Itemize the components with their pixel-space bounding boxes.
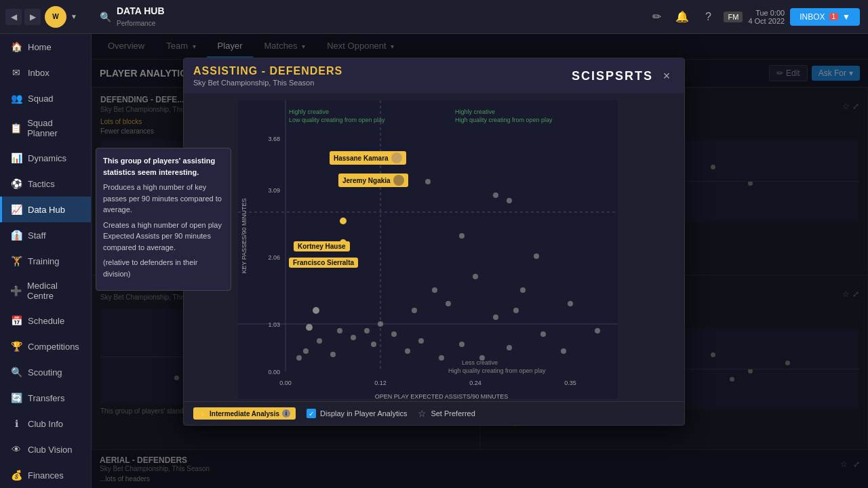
svg-point-47 [296, 355, 302, 361]
svg-text:Low quality creating from open: Low quality creating from open play [289, 117, 385, 123]
sidebar-item-squad[interactable]: 👥 Squad [0, 85, 91, 111]
svg-point-28 [432, 287, 437, 293]
svg-point-38 [418, 338, 424, 344]
checkbox-icon: ✓ [307, 409, 316, 418]
sidebar-label-tactics: Tactics [28, 179, 55, 189]
display-analytics-label: Display in Player Analytics [320, 409, 407, 418]
ngakia-name: Jeremy Ngakia [342, 177, 391, 184]
svg-point-51 [412, 308, 417, 313]
sidebar-item-home[interactable]: 🏠 Home [0, 34, 91, 60]
notification-btn[interactable]: 🔔 [672, 7, 692, 27]
svg-text:3.09: 3.09 [268, 187, 280, 194]
sidebar-item-training[interactable]: 🏋 Training [0, 248, 91, 274]
svg-point-25 [459, 233, 465, 239]
back-button[interactable]: ◀ [5, 9, 22, 25]
svg-point-32 [493, 314, 498, 320]
analysis-badge: ⚡ Intermediate Analysis i [193, 407, 296, 420]
finances-icon: 💰 [10, 469, 22, 481]
svg-point-42 [507, 345, 512, 350]
svg-text:3.68: 3.68 [268, 136, 280, 142]
set-preferred-checkbox[interactable]: ☆ Set Preferred [418, 408, 475, 419]
schedule-icon: 📅 [10, 314, 22, 327]
tooltip-line1: This group of players' assisting statist… [103, 157, 215, 176]
sidebar-item-dynamics[interactable]: 📊 Dynamics [0, 145, 91, 171]
club-vision-icon: 👁 [10, 443, 22, 455]
sidebar-label-scouting: Scouting [28, 367, 62, 378]
svg-text:0.00: 0.00 [279, 380, 292, 386]
analysis-label: Intermediate Analysis [210, 410, 279, 418]
competitions-icon: 🏆 [10, 340, 22, 352]
inbox-label: INBOX [800, 12, 825, 22]
sidebar-item-data-hub[interactable]: 📈 Data Hub [0, 197, 91, 222]
tooltip-line3: Creates a high number of open play Expec… [103, 220, 224, 253]
svg-point-39 [439, 355, 444, 361]
tooltip-line2: Produces a high number of key passes per… [103, 182, 224, 216]
club-badge[interactable]: W [45, 6, 66, 28]
sidebar-item-schedule[interactable]: 📅 Schedule [0, 308, 91, 333]
forward-button[interactable]: ▶ [24, 9, 41, 25]
sidebar-label-staff: Staff [28, 230, 46, 241]
svg-point-29 [520, 287, 526, 293]
popup-title: ASSISTING - DEFENDERS [193, 65, 342, 77]
transfers-icon: 🔄 [10, 392, 22, 404]
svg-point-26 [534, 253, 539, 259]
sidebar-item-inbox[interactable]: ✉ Inbox [0, 60, 91, 85]
tooltip-popup: This group of players' assisting statist… [96, 148, 231, 291]
data-hub-icon: 📈 [10, 203, 22, 216]
set-preferred-label: Set Preferred [431, 409, 475, 418]
close-button[interactable]: × [658, 68, 675, 84]
sidebar-label-data-hub: Data Hub [28, 205, 65, 215]
svg-text:0.24: 0.24 [469, 380, 481, 386]
sidebar-item-staff[interactable]: 👔 Staff [0, 222, 91, 248]
tactics-icon: ⚽ [10, 178, 22, 190]
svg-point-48 [330, 352, 336, 357]
inbox-button[interactable]: INBOX 1 ▼ [790, 8, 860, 26]
chart-area: This group of players' assisting statist… [184, 94, 684, 401]
svg-point-22 [425, 179, 431, 184]
sidebar-item-scouting[interactable]: 🔍 Scouting [0, 359, 91, 385]
sidebar-item-finances[interactable]: 💰 Finances [0, 462, 91, 488]
svg-text:OPEN PLAY EXPECTED ASSISTS/90 : OPEN PLAY EXPECTED ASSISTS/90 MINUTES [375, 393, 509, 399]
svg-point-31 [446, 301, 451, 306]
sidebar-label-competitions: Competitions [28, 342, 79, 352]
squad-planner-icon: 📋 [10, 122, 22, 134]
popup-footer: ⚡ Intermediate Analysis i ✓ Display in P… [184, 401, 684, 425]
sidebar-item-transfers[interactable]: 🔄 Transfers [0, 385, 91, 411]
sidebar-item-club-info[interactable]: ℹ Club Info [0, 411, 91, 436]
svg-point-36 [391, 331, 397, 337]
training-icon: 🏋 [10, 255, 22, 267]
svg-text:High quality creating from ope: High quality creating from open play [455, 117, 553, 123]
ngakia-avatar [393, 175, 404, 186]
svg-text:Highly creative: Highly creative [289, 108, 329, 115]
assisting-defenders-popup: ASSISTING - DEFENDERS Sky Bet Championsh… [183, 58, 685, 426]
sidebar-label-club-info: Club Info [28, 419, 63, 429]
svg-point-24 [507, 198, 512, 203]
inbox-icon: ✉ [10, 66, 22, 79]
sidebar-item-medical[interactable]: ➕ Medical Centre [0, 274, 91, 308]
svg-point-54 [340, 218, 347, 224]
data-hub-section: 🔍 DATA HUB Performance [92, 5, 638, 28]
sidebar-item-squad-planner[interactable]: 📋 Squad Planner [0, 111, 91, 145]
svg-point-46 [303, 348, 309, 354]
edit-icon-btn[interactable]: ✏ [646, 7, 667, 27]
svg-text:0.00: 0.00 [268, 369, 280, 375]
sidebar-item-club-vision[interactable]: 👁 Club Vision [0, 436, 91, 462]
display-analytics-checkbox[interactable]: ✓ Display in Player Analytics [307, 409, 407, 418]
svg-point-30 [568, 301, 573, 306]
data-hub-text: DATA HUB Performance [117, 5, 165, 28]
datetime: Tue 0:00 4 Oct 2022 [748, 9, 785, 25]
svg-point-27 [473, 274, 478, 279]
nav-arrows: ◀ ▶ [5, 9, 41, 25]
sidebar-item-competitions[interactable]: 🏆 Competitions [0, 333, 91, 359]
svg-text:KEY PASSES/90 MINUTES: KEY PASSES/90 MINUTES [241, 198, 248, 273]
dynamics-icon: 📊 [10, 152, 22, 164]
star-icon: ☆ [418, 408, 427, 419]
search-icon: 🔍 [100, 12, 111, 22]
sierralta-name: Francisco Sierralta [293, 259, 354, 266]
top-bar: ◀ ▶ W ▼ 🔍 DATA HUB Performance ✏ 🔔 ? FM … [0, 0, 868, 34]
club-info-icon: ℹ [10, 418, 22, 430]
help-btn[interactable]: ? [698, 7, 718, 27]
inbox-count: 1 [829, 13, 839, 20]
sidebar-item-tactics[interactable]: ⚽ Tactics [0, 171, 91, 197]
sidebar-label-schedule: Schedule [28, 316, 64, 326]
